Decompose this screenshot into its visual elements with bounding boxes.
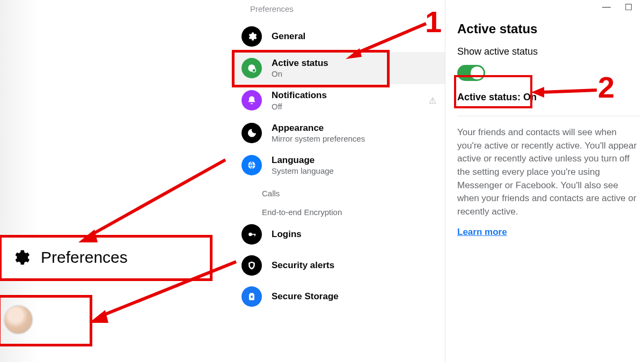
pref-item-security[interactable]: Security alerts bbox=[231, 250, 445, 281]
pref-label: Security alerts bbox=[272, 260, 334, 271]
active-status-description: Your friends and contacts will see when … bbox=[457, 126, 640, 218]
shield-icon bbox=[241, 255, 262, 276]
svg-line-15 bbox=[100, 262, 236, 316]
svg-line-9 bbox=[355, 24, 426, 54]
pref-label: Logins bbox=[272, 228, 302, 240]
maximize-icon[interactable]: ☐ bbox=[625, 2, 632, 12]
preferences-list-title: Preferences bbox=[231, 0, 445, 21]
pref-sub: System language bbox=[272, 166, 334, 176]
svg-point-3 bbox=[248, 233, 252, 237]
detail-pane: Active status Show active status Active … bbox=[457, 21, 640, 238]
svg-marker-16 bbox=[89, 310, 108, 323]
svg-line-11 bbox=[541, 90, 597, 92]
pref-sub: Off bbox=[272, 102, 327, 112]
section-calls: Calls bbox=[231, 181, 445, 200]
pref-label: Secure Storage bbox=[272, 291, 339, 302]
svg-rect-7 bbox=[250, 293, 254, 294]
pref-item-appearance[interactable]: Appearance Mirror system preferences bbox=[231, 117, 445, 149]
annotation-arrow-2 bbox=[531, 80, 601, 102]
svg-rect-5 bbox=[254, 234, 255, 236]
minimize-icon[interactable]: — bbox=[602, 2, 611, 12]
globe-icon bbox=[241, 155, 262, 175]
pref-label: Notifications bbox=[272, 90, 327, 101]
warning-icon: ⚠ bbox=[429, 95, 436, 106]
pref-label: Language bbox=[272, 154, 334, 166]
detail-title: Active status bbox=[457, 21, 640, 36]
learn-more-link[interactable]: Learn more bbox=[457, 227, 507, 238]
moon-icon bbox=[241, 123, 262, 143]
pref-item-notifications[interactable]: Notifications Off ⚠ bbox=[231, 84, 445, 116]
annotation-arrow-prefs bbox=[75, 156, 231, 252]
annotation-highlight-2 bbox=[454, 75, 532, 108]
pref-item-logins[interactable]: Logins bbox=[231, 219, 445, 250]
storage-icon bbox=[241, 286, 262, 307]
annotation-arrow-avatar bbox=[86, 257, 241, 333]
window-icons: — ☐ bbox=[602, 2, 632, 12]
annotation-highlight-avatar bbox=[0, 295, 92, 346]
svg-marker-10 bbox=[346, 48, 362, 59]
annotation-arrow-1 bbox=[346, 20, 431, 63]
svg-line-13 bbox=[89, 160, 225, 236]
pref-item-language[interactable]: Language System language bbox=[231, 149, 445, 181]
svg-marker-12 bbox=[531, 87, 544, 98]
divider bbox=[457, 116, 640, 116]
key-icon bbox=[241, 224, 262, 245]
gear-icon bbox=[241, 26, 262, 47]
svg-marker-14 bbox=[78, 230, 98, 242]
pref-label: General bbox=[272, 31, 305, 42]
pref-sub: Mirror system preferences bbox=[272, 134, 365, 144]
pref-item-storage[interactable]: Secure Storage bbox=[231, 281, 445, 312]
pref-label: Appearance bbox=[272, 122, 365, 134]
bell-icon bbox=[241, 90, 262, 110]
svg-rect-8 bbox=[251, 295, 252, 298]
section-e2ee: End-to-end Encryption bbox=[231, 200, 445, 219]
show-active-status-label: Show active status bbox=[457, 46, 640, 57]
